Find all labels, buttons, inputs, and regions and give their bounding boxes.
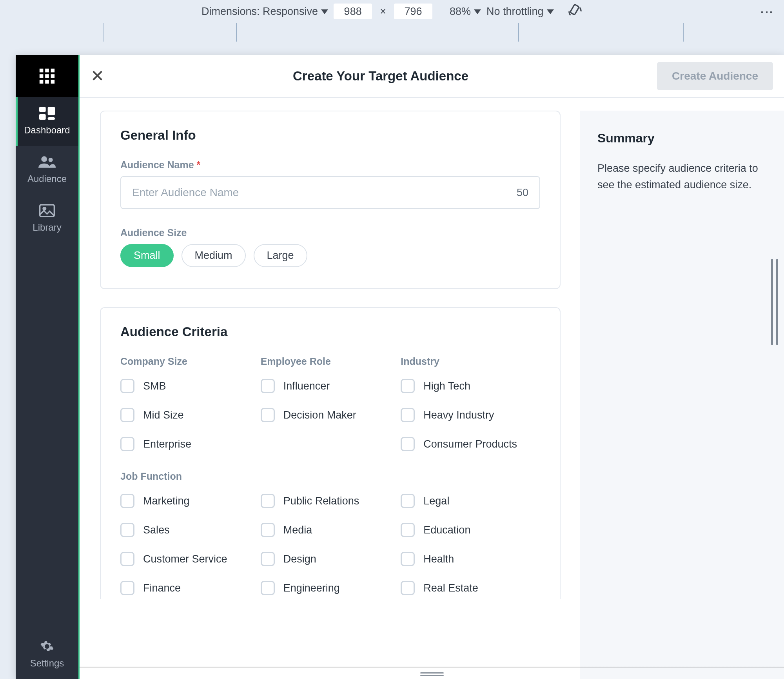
job-function-label: Job Function: [120, 471, 540, 482]
size-pill-small[interactable]: Small: [120, 244, 174, 267]
svg-rect-9: [51, 80, 55, 84]
content-shadow: [80, 666, 784, 668]
svg-rect-0: [570, 4, 579, 15]
page-topbar: ✕ Create Your Target Audience Create Aud…: [80, 55, 784, 98]
chk-job-engineering[interactable]: Engineering: [261, 581, 400, 595]
chk-company-smb[interactable]: SMB: [120, 379, 260, 393]
dimensions-separator: ×: [377, 5, 388, 18]
chk-job-pr[interactable]: Public Relations: [261, 494, 400, 508]
sidebar-item-label: Library: [33, 222, 61, 233]
name-char-counter: 50: [517, 187, 528, 199]
general-info-heading: General Info: [120, 128, 540, 143]
create-audience-button[interactable]: Create Audience: [657, 62, 773, 90]
chk-industry-consumer[interactable]: Consumer Products: [401, 437, 540, 451]
employee-role-group: Employee Role Influencer Decision Maker: [261, 356, 400, 451]
summary-panel: Summary Please specify audience criteria…: [580, 111, 784, 679]
audience-size-group: Small Medium Large: [120, 244, 540, 267]
page-title: Create Your Target Audience: [112, 69, 649, 84]
audience-size-label: Audience Size: [120, 227, 540, 238]
audience-criteria-card: Audience Criteria Company Size SMB Mid S…: [100, 307, 561, 599]
grid-icon: [38, 67, 56, 85]
chk-role-decision-maker[interactable]: Decision Maker: [261, 408, 400, 422]
svg-point-14: [41, 156, 47, 162]
breakpoint-ruler: [0, 23, 784, 42]
chk-job-real-estate[interactable]: Real Estate: [401, 581, 540, 595]
svg-rect-1: [40, 69, 44, 73]
chk-job-customer-service[interactable]: Customer Service: [120, 552, 260, 566]
svg-point-15: [49, 158, 53, 162]
chk-job-marketing[interactable]: Marketing: [120, 494, 260, 508]
audience-name-field[interactable]: 50: [120, 176, 540, 209]
chk-industry-hightech[interactable]: High Tech: [401, 379, 540, 393]
sidebar-item-audience[interactable]: Audience: [16, 146, 78, 195]
sidebar-item-label: Settings: [30, 658, 64, 669]
people-icon: [38, 155, 56, 169]
app-logo[interactable]: [16, 55, 78, 97]
chk-job-sales[interactable]: Sales: [120, 523, 260, 537]
svg-rect-3: [51, 69, 55, 73]
svg-rect-6: [51, 74, 55, 78]
job-function-group: Job Function Marketing Public Relations …: [120, 471, 540, 595]
summary-heading: Summary: [597, 131, 767, 146]
svg-rect-12: [39, 114, 46, 120]
chk-job-finance[interactable]: Finance: [120, 581, 260, 595]
sidebar-item-label: Dashboard: [24, 125, 70, 136]
svg-rect-11: [48, 107, 55, 115]
chk-job-education[interactable]: Education: [401, 523, 540, 537]
close-icon[interactable]: ✕: [91, 68, 104, 84]
zoom-dropdown[interactable]: 88%: [450, 5, 481, 18]
criteria-heading: Audience Criteria: [120, 324, 540, 339]
app-sidebar: Dashboard Audience Library Settings: [16, 55, 78, 679]
svg-rect-7: [40, 80, 44, 84]
svg-rect-4: [40, 74, 44, 78]
responsive-viewport: Dashboard Audience Library Settings: [16, 55, 784, 679]
more-icon[interactable]: ⋮: [760, 5, 774, 18]
audience-name-input[interactable]: [132, 186, 517, 199]
rotate-icon[interactable]: [567, 4, 583, 19]
chk-role-influencer[interactable]: Influencer: [261, 379, 400, 393]
general-info-card: General Info Audience Name * 50 Audience…: [100, 111, 561, 289]
chk-job-design[interactable]: Design: [261, 552, 400, 566]
chk-job-media[interactable]: Media: [261, 523, 400, 537]
audience-name-label: Audience Name *: [120, 159, 540, 171]
dashboard-icon: [39, 106, 55, 121]
throttling-dropdown[interactable]: No throttling: [486, 5, 554, 18]
chk-job-health[interactable]: Health: [401, 552, 540, 566]
summary-text: Please specify audience criteria to see …: [597, 160, 767, 193]
dimensions-dropdown[interactable]: Dimensions: Responsive: [201, 5, 328, 18]
company-size-group: Company Size SMB Mid Size Enterprise: [120, 356, 260, 451]
chk-industry-heavy[interactable]: Heavy Industry: [401, 408, 540, 422]
devtools-device-bar: Dimensions: Responsive × 88% No throttli…: [0, 0, 784, 23]
svg-rect-2: [45, 69, 49, 73]
industry-group: Industry High Tech Heavy Industry Consum…: [401, 356, 540, 451]
employee-role-label: Employee Role: [261, 356, 400, 367]
viewport-height-input[interactable]: [394, 4, 432, 19]
main-panel: ✕ Create Your Target Audience Create Aud…: [78, 55, 784, 679]
devtools-drawer-handle[interactable]: [420, 671, 444, 677]
svg-rect-13: [48, 117, 55, 120]
sidebar-item-library[interactable]: Library: [16, 195, 78, 243]
svg-rect-5: [45, 74, 49, 78]
industry-label: Industry: [401, 356, 540, 367]
size-pill-large[interactable]: Large: [254, 244, 307, 267]
chk-company-midsize[interactable]: Mid Size: [120, 408, 260, 422]
svg-point-17: [43, 208, 46, 210]
viewport-resize-handle[interactable]: [770, 259, 779, 345]
gear-icon: [40, 639, 54, 654]
company-size-label: Company Size: [120, 356, 260, 367]
svg-rect-10: [39, 107, 46, 112]
chk-company-enterprise[interactable]: Enterprise: [120, 437, 260, 451]
sidebar-item-label: Audience: [27, 173, 67, 184]
chk-job-legal[interactable]: Legal: [401, 494, 540, 508]
size-pill-medium[interactable]: Medium: [181, 244, 246, 267]
viewport-width-input[interactable]: [334, 4, 372, 19]
sidebar-item-dashboard[interactable]: Dashboard: [16, 97, 78, 146]
svg-rect-8: [45, 80, 49, 84]
sidebar-item-settings[interactable]: Settings: [16, 630, 78, 679]
image-icon: [39, 203, 55, 218]
